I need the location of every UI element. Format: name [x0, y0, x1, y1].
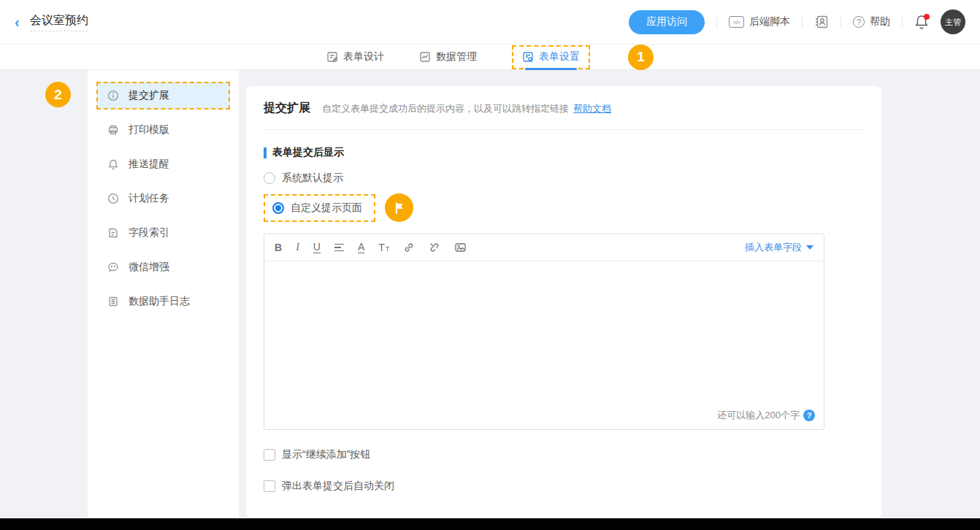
radio-custom-wrap: 自定义提示页面 — [264, 193, 413, 222]
annotation-step-1: 1 — [628, 45, 654, 70]
top-header: ‹ 会议室预约 应用访问 </> 后端脚本 ? 帮助 — [0, 0, 980, 45]
form-settings-icon — [522, 51, 534, 63]
sidebar-item-wechat-enhance[interactable]: 微信增强 — [96, 253, 230, 281]
tab-form-design[interactable]: 表单设计 — [326, 45, 384, 69]
sidebar-item-label: 推送提醒 — [129, 158, 169, 171]
checkbox-auto-close-popup[interactable]: 弹出表单提交后自动关闭 — [264, 480, 864, 493]
divider — [716, 17, 717, 28]
app-access-button[interactable]: 应用访问 — [629, 10, 705, 34]
divider — [902, 17, 903, 28]
question-icon: ? — [853, 16, 865, 28]
submit-extension-panel: 提交扩展 自定义表单提交成功后的提示内容，以及可以跳转指定链接 帮助文档 表单提… — [246, 86, 881, 518]
bottom-bar — [0, 518, 980, 530]
sidebar-item-label: 字段索引 — [129, 226, 169, 239]
tab-form-settings-highlight: 表单设置 — [512, 45, 590, 69]
backend-script-label: 后端脚本 — [749, 15, 790, 28]
font-size-sub-glyph: T — [386, 246, 390, 253]
panel-description: 自定义表单提交成功后的提示内容，以及可以跳转指定链接 — [322, 102, 569, 115]
contacts-icon — [814, 15, 829, 29]
italic-icon[interactable]: I — [296, 242, 299, 253]
font-size-glyph: T — [378, 242, 385, 253]
sidebar-item-label: 微信增强 — [129, 261, 169, 274]
backend-script-button[interactable]: </> 后端脚本 — [729, 15, 790, 28]
sidebar-item-data-assistant-log[interactable]: 数据助手日志 — [96, 288, 230, 315]
tab-label: 表单设计 — [343, 50, 384, 64]
app-title[interactable]: 会议室预约 — [30, 13, 88, 31]
rich-text-editor: B I U A TT — [264, 234, 824, 430]
radio-label: 系统默认提示 — [282, 172, 343, 185]
checkbox-show-continue-add[interactable]: 显示“继续添加”按钮 — [264, 448, 864, 461]
font-color-glyph: A — [358, 242, 364, 253]
checkbox-icon — [264, 480, 275, 492]
form-tabbar: 表单设计 数据管理 表单设置 1 — [0, 45, 980, 70]
bell-icon — [107, 158, 119, 170]
chevron-down-icon — [806, 245, 814, 250]
clock-icon — [107, 193, 119, 204]
radio-icon — [264, 172, 275, 184]
section-title-label: 表单提交后显示 — [272, 146, 344, 159]
insert-form-field-label: 插入表单字段 — [745, 241, 802, 254]
settings-sidebar: 提交扩展 打印模版 推送提醒 计划任务 字段索引 微信增强 — [88, 70, 239, 518]
help-button[interactable]: ? 帮助 — [853, 15, 890, 28]
divider — [264, 129, 864, 130]
contacts-button[interactable] — [814, 15, 829, 29]
sidebar-item-field-index[interactable]: 字段索引 — [96, 219, 230, 247]
underline-icon[interactable]: U — [313, 242, 321, 253]
code-icon: </> — [729, 16, 744, 28]
checkbox-label: 显示“继续添加”按钮 — [282, 448, 370, 461]
printer-icon — [107, 124, 119, 136]
wechat-icon — [107, 261, 119, 273]
section-accent-bar — [264, 147, 267, 158]
font-size-icon[interactable]: TT — [378, 242, 389, 253]
flag-icon — [393, 201, 406, 215]
image-icon[interactable] — [454, 242, 467, 253]
back-chevron-icon[interactable]: ‹ — [15, 15, 20, 29]
radio-custom-page[interactable]: 自定义提示页面 — [264, 194, 375, 222]
sidebar-item-scheduled-tasks[interactable]: 计划任务 — [96, 185, 230, 212]
data-management-icon — [419, 51, 431, 63]
help-doc-link[interactable]: 帮助文档 — [573, 102, 611, 115]
sidebar-item-submit-extension[interactable]: 提交扩展 — [96, 82, 230, 110]
document-icon — [107, 227, 119, 239]
info-icon — [107, 90, 119, 101]
bold-icon[interactable]: B — [275, 242, 282, 253]
sidebar-item-label: 提交扩展 — [129, 89, 169, 102]
section-after-submit: 表单提交后显示 — [264, 146, 864, 159]
radio-label: 自定义提示页面 — [291, 201, 362, 215]
divider — [802, 17, 803, 28]
help-label: 帮助 — [870, 15, 890, 28]
font-color-icon[interactable]: A — [358, 242, 364, 253]
sidebar-item-push-reminder[interactable]: 推送提醒 — [96, 150, 230, 178]
insert-form-field-dropdown[interactable]: 插入表单字段 — [745, 241, 814, 254]
tab-label: 表单设置 — [539, 50, 580, 64]
checkbox-icon — [264, 449, 275, 461]
editor-toolbar: B I U A TT — [264, 234, 824, 261]
radio-system-default[interactable]: 系统默认提示 — [264, 172, 864, 185]
avatar[interactable]: 主管 — [941, 9, 965, 34]
unlink-icon[interactable] — [429, 242, 440, 253]
log-icon — [107, 296, 119, 307]
editor-content-area[interactable] — [264, 261, 824, 409]
notification-dot — [924, 14, 930, 20]
notification-bell-button[interactable] — [914, 14, 929, 30]
header-actions: 应用访问 </> 后端脚本 ? 帮助 — [629, 9, 965, 34]
sidebar-item-print-template[interactable]: 打印模版 — [96, 116, 230, 144]
sidebar-item-label: 计划任务 — [129, 192, 169, 205]
sidebar-item-label: 数据助手日志 — [129, 295, 190, 308]
editor-char-count-row: 还可以输入200个字 ? — [264, 409, 824, 429]
help-circle-icon[interactable]: ? — [803, 410, 815, 421]
link-icon[interactable] — [403, 242, 415, 253]
form-design-icon — [326, 51, 338, 63]
annotation-step-2: 2 — [45, 82, 71, 107]
underline-glyph: U — [313, 242, 321, 253]
panel-title: 提交扩展 — [264, 101, 310, 116]
tab-data-management[interactable]: 数据管理 — [419, 45, 477, 69]
tab-label: 数据管理 — [436, 50, 477, 64]
tab-form-settings[interactable]: 表单设置 — [522, 47, 580, 67]
radio-icon-checked — [272, 202, 284, 214]
divider — [841, 17, 841, 28]
annotation-flag — [385, 193, 413, 222]
panel-header: 提交扩展 自定义表单提交成功后的提示内容，以及可以跳转指定链接 帮助文档 — [264, 101, 864, 116]
sidebar-item-label: 打印模版 — [129, 123, 169, 137]
align-icon[interactable] — [334, 244, 344, 252]
